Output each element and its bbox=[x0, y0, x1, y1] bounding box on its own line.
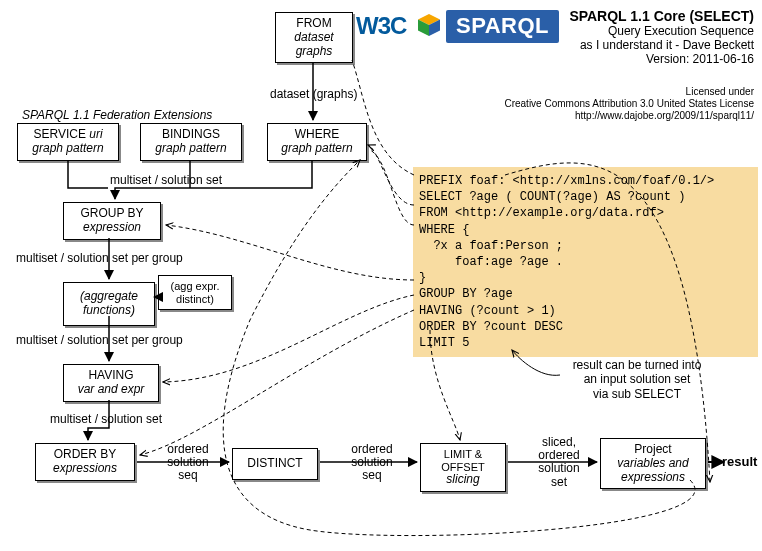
having-title: HAVING bbox=[70, 369, 152, 383]
header-block: SPARQL 1.1 Core (SELECT) Query Execution… bbox=[569, 8, 754, 66]
service-title-text: SERVICE bbox=[33, 127, 89, 141]
header-version: Version: 2011-06-16 bbox=[569, 52, 754, 66]
label-ordered-seq-1: orderedsolutionseq bbox=[158, 443, 218, 483]
project-box: Project variables and expressions bbox=[600, 438, 706, 489]
orderby-subtitle: expressions bbox=[42, 462, 128, 476]
limit-offset-box: LIMIT & OFFSET slicing bbox=[420, 443, 506, 492]
sub-select-annotation: result can be turned intoan input soluti… bbox=[552, 358, 722, 401]
bindings-subtitle: graph pattern bbox=[147, 142, 235, 156]
federation-extensions-label: SPARQL 1.1 Federation Extensions bbox=[22, 109, 212, 122]
code-l5: ?x a foaf:Person ; bbox=[419, 239, 563, 253]
ordered-seq-text-2: orderedsolutionseq bbox=[351, 442, 392, 482]
code-l1: PREFIX foaf: <http://xmlns.com/foaf/0.1/… bbox=[419, 174, 714, 188]
having-box: HAVING var and expr bbox=[63, 364, 159, 402]
w3c-logo: W3C bbox=[356, 12, 406, 40]
aggregate-note-l1: (agg expr. bbox=[171, 280, 220, 292]
code-l3: FROM <http://example.org/data.rdf> bbox=[419, 206, 664, 220]
from-title: FROM bbox=[282, 17, 346, 31]
aggregate-label: (aggregate functions) bbox=[70, 287, 148, 321]
label-ms-2: multiset / solution set bbox=[50, 413, 162, 426]
code-l7: } bbox=[419, 271, 426, 285]
cube-icon bbox=[418, 14, 440, 36]
label-ms-per-group-2: multiset / solution set per group bbox=[16, 334, 183, 347]
groupby-subtitle: expression bbox=[70, 221, 154, 235]
sliced-seq-text: sliced,orderedsolutionset bbox=[538, 435, 579, 489]
sparql-text: SPARQL bbox=[456, 13, 549, 38]
code-l8: GROUP BY ?age bbox=[419, 287, 513, 301]
limit-title: LIMIT & OFFSET bbox=[427, 448, 499, 473]
project-subtitle: variables and expressions bbox=[607, 457, 699, 485]
code-l9: HAVING (?count > 1) bbox=[419, 304, 556, 318]
label-ordered-seq-2: orderedsolutionseq bbox=[342, 443, 402, 483]
groupby-title: GROUP BY bbox=[70, 207, 154, 221]
from-box: FROM dataset graphs bbox=[275, 12, 353, 63]
code-l10: ORDER BY ?count DESC bbox=[419, 320, 563, 334]
sub-select-text: result can be turned intoan input soluti… bbox=[573, 358, 702, 401]
w3c-text: W3C bbox=[356, 12, 406, 39]
from-subtitle: dataset graphs bbox=[282, 31, 346, 59]
orderby-box: ORDER BY expressions bbox=[35, 443, 135, 481]
project-title: Project bbox=[607, 443, 699, 457]
sparql-badge: SPARQL bbox=[446, 10, 559, 43]
ordered-seq-text-1: orderedsolutionseq bbox=[167, 442, 208, 482]
label-ms-per-group-1: multiset / solution set per group bbox=[16, 252, 183, 265]
license-block: Licensed under Creative Commons Attribut… bbox=[504, 86, 754, 122]
distinct-title: DISTINCT bbox=[239, 457, 311, 471]
sparql-code-example: PREFIX foaf: <http://xmlns.com/foaf/0.1/… bbox=[413, 167, 758, 357]
code-l2: SELECT ?age ( COUNT(?age) AS ?count ) bbox=[419, 190, 685, 204]
result-label: result bbox=[722, 454, 757, 469]
label-sliced-seq: sliced,orderedsolutionset bbox=[530, 436, 588, 489]
bindings-title: BINDINGS bbox=[147, 128, 235, 142]
distinct-box: DISTINCT bbox=[232, 448, 318, 480]
service-title: SERVICE uri bbox=[24, 128, 112, 142]
label-dataset-graphs: dataset (graphs) bbox=[270, 88, 357, 101]
license-line1: Licensed under bbox=[504, 86, 754, 98]
limit-subtitle: slicing bbox=[427, 473, 499, 487]
groupby-box: GROUP BY expression bbox=[63, 202, 161, 240]
aggregate-note-box: (agg expr. distinct) bbox=[158, 275, 232, 310]
where-title: WHERE bbox=[274, 128, 360, 142]
orderby-title: ORDER BY bbox=[42, 448, 128, 462]
header-credit: as I understand it - Dave Beckett bbox=[569, 38, 754, 52]
header-subtitle: Query Execution Sequence bbox=[569, 24, 754, 38]
license-line2: Creative Commons Attribution 3.0 United … bbox=[504, 98, 754, 110]
code-l4: WHERE { bbox=[419, 223, 469, 237]
code-l11: LIMIT 5 bbox=[419, 336, 469, 350]
where-box: WHERE graph pattern bbox=[267, 123, 367, 161]
service-subtitle: graph pattern bbox=[24, 142, 112, 156]
having-subtitle: var and expr bbox=[70, 383, 152, 397]
aggregate-note-l2: distinct) bbox=[176, 293, 214, 305]
bindings-box: BINDINGS graph pattern bbox=[140, 123, 242, 161]
service-box: SERVICE uri graph pattern bbox=[17, 123, 119, 161]
service-title-italic: uri bbox=[89, 127, 102, 141]
header-title: SPARQL 1.1 Core (SELECT) bbox=[569, 8, 754, 24]
label-ms-1: multiset / solution set bbox=[110, 174, 222, 187]
aggregate-box: (aggregate functions) bbox=[63, 282, 155, 326]
code-l6: foaf:age ?age . bbox=[419, 255, 563, 269]
license-line3: http://www.dajobe.org/2009/11/sparql11/ bbox=[504, 110, 754, 122]
where-subtitle: graph pattern bbox=[274, 142, 360, 156]
